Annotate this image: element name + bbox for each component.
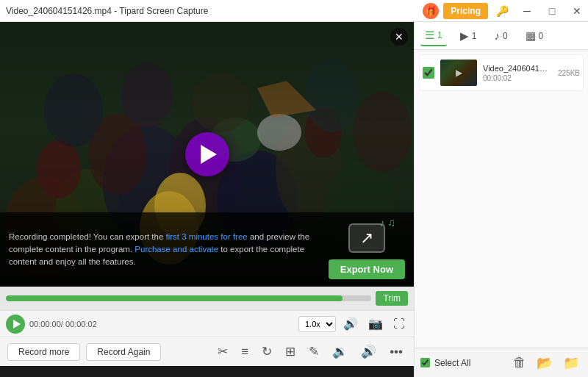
bottom-bar: Record more Record Again ✂ ≡ ↻ ⊞ ✎ 🔉 🔊 •… <box>0 337 414 366</box>
video-preview: ✕ Recording completed! You can export th… <box>0 22 414 287</box>
svg-point-17 <box>121 62 173 129</box>
copy-tool-button[interactable]: ⊞ <box>282 342 299 361</box>
svg-point-9 <box>353 92 412 173</box>
file-list: Video_240604151426.mp4 00:00:02 225KB <box>415 50 588 348</box>
close-button[interactable]: ✕ <box>566 0 588 22</box>
progress-track[interactable] <box>6 295 371 301</box>
camera-capture-button[interactable]: 📷 <box>365 315 386 332</box>
tab-audio-count: 0 <box>503 31 508 41</box>
volume-tool-button[interactable]: 🔊 <box>357 342 380 361</box>
play-button[interactable] <box>6 315 25 334</box>
rotate-tool-button[interactable]: ↻ <box>258 342 276 361</box>
purchase-link[interactable]: Purchase and activate <box>135 245 218 254</box>
banner-text1: Recording completed! You can export the <box>9 232 166 241</box>
folder-open-button[interactable]: 📂 <box>534 353 556 373</box>
file-name: Video_240604151426.mp4 <box>483 64 552 73</box>
main-area: ✕ Recording completed! You can export th… <box>0 22 588 377</box>
speed-select[interactable]: 1.0x 0.5x 1.5x 2.0x <box>298 316 336 332</box>
maximize-button[interactable]: □ <box>541 0 563 22</box>
select-all-label[interactable]: Select All <box>434 358 470 368</box>
image-icon: ▦ <box>526 29 536 43</box>
svg-point-19 <box>305 59 356 132</box>
left-panel: ✕ Recording completed! You can export th… <box>0 22 414 377</box>
fullscreen-button[interactable]: ⛶ <box>390 316 408 332</box>
list-icon: ☰ <box>425 29 434 42</box>
audio-tool-button[interactable]: ≡ <box>237 343 252 361</box>
video-play-button[interactable] <box>185 132 229 176</box>
window-controls: 🎁 Pricing 🔑 ─ □ ✕ <box>423 0 588 22</box>
tab-image-count: 0 <box>539 31 544 41</box>
trim-button[interactable]: Trim <box>376 291 408 306</box>
tab-image[interactable]: ▦ 0 <box>521 26 548 46</box>
svg-point-13 <box>37 140 81 198</box>
recording-complete-banner: Recording completed! You can export the … <box>0 212 414 287</box>
progress-fill <box>6 295 343 301</box>
file-checkbox[interactable] <box>423 67 434 79</box>
record-again-button[interactable]: Record Again <box>86 343 161 361</box>
minimize-button[interactable]: ─ <box>516 0 538 22</box>
tab-camera[interactable]: ▶ 1 <box>456 26 481 46</box>
cut-tool-button[interactable]: ✂ <box>214 342 232 361</box>
gift-icon: 🎁 <box>423 3 439 19</box>
video-close-button[interactable]: ✕ <box>390 28 408 46</box>
file-thumbnail <box>440 60 477 86</box>
svg-point-7 <box>276 114 342 224</box>
select-all-checkbox[interactable] <box>420 358 430 367</box>
more-tool-button[interactable]: ••• <box>386 343 406 361</box>
volume-icon-button[interactable]: 🔊 <box>340 315 361 332</box>
svg-point-18 <box>191 73 250 132</box>
controls-bar: 00:00:00/ 00:00:02 1.0x 0.5x 1.5x 2.0x 🔊… <box>0 310 414 337</box>
music-icon: ♪ <box>494 29 500 42</box>
svg-marker-20 <box>257 81 316 118</box>
svg-point-5 <box>88 114 147 195</box>
delete-button[interactable]: 🗑 <box>510 353 529 372</box>
banner-text: Recording completed! You can export the … <box>9 231 320 269</box>
export-icon-inner <box>348 223 385 253</box>
right-bottom-toolbar: Select All 🗑 📂 📁 <box>415 348 588 377</box>
key-icon-button[interactable]: 🔑 <box>491 0 513 22</box>
tab-camera-count: 1 <box>472 31 477 41</box>
record-more-button[interactable]: Record more <box>7 343 80 361</box>
play-icon: ▶ <box>460 29 469 43</box>
file-info: Video_240604151426.mp4 00:00:02 <box>483 64 552 82</box>
tab-audio[interactable]: ♪ 0 <box>490 26 512 45</box>
pricing-button[interactable]: Pricing <box>443 3 488 19</box>
file-size: 225KB <box>558 69 580 77</box>
free-export-link[interactable]: first 3 minutes for free <box>166 232 248 241</box>
timeline-bar: Trim <box>0 287 414 310</box>
svg-point-15 <box>257 114 301 151</box>
export-now-button[interactable]: Export Now <box>329 259 405 279</box>
sound-tool-button[interactable]: 🔉 <box>329 342 351 361</box>
right-panel: ☰ 1 ▶ 1 ♪ 0 ▦ 0 Video_240604151426. <box>414 22 588 377</box>
tab-video-count: 1 <box>437 30 442 40</box>
tab-bar: ☰ 1 ▶ 1 ♪ 0 ▦ 0 <box>415 22 588 50</box>
svg-point-14 <box>305 107 342 158</box>
time-display: 00:00:00/ 00:00:02 <box>29 320 97 328</box>
list-item[interactable]: Video_240604151426.mp4 00:00:02 225KB <box>419 54 584 91</box>
edit-tool-button[interactable]: ✎ <box>305 342 323 361</box>
svg-point-16 <box>44 73 103 147</box>
tab-video-list[interactable]: ☰ 1 <box>420 26 447 46</box>
export-button-wrap: Export Now <box>329 220 405 279</box>
file-duration: 00:00:02 <box>483 74 552 82</box>
save-folder-button[interactable]: 📁 <box>560 353 582 373</box>
title-bar: Video_240604151426.mp4 - Tipard Screen C… <box>0 0 588 22</box>
export-icon <box>341 220 392 256</box>
